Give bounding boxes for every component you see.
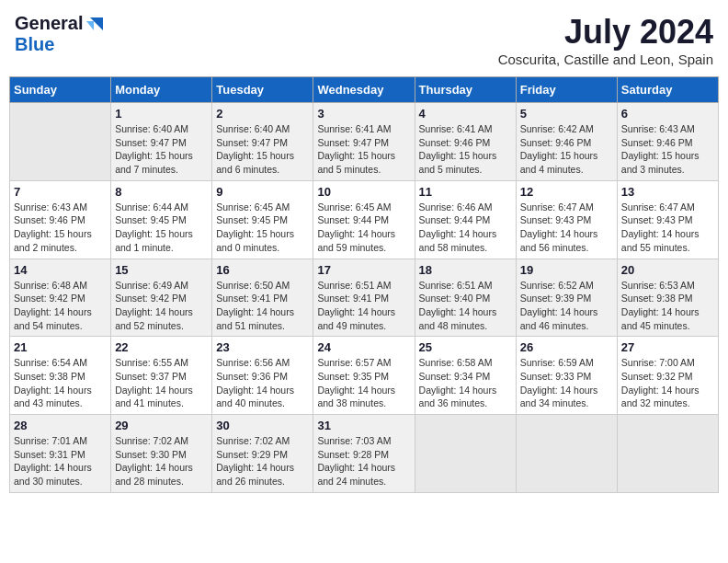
day-info: Sunrise: 6:52 AM Sunset: 9:39 PM Dayligh… xyxy=(520,279,613,333)
day-info: Sunrise: 6:53 AM Sunset: 9:38 PM Dayligh… xyxy=(621,279,714,333)
day-number: 31 xyxy=(317,419,410,432)
day-number: 5 xyxy=(520,107,613,121)
day-number: 2 xyxy=(216,107,309,121)
header-saturday: Saturday xyxy=(617,77,718,103)
day-info: Sunrise: 6:49 AM Sunset: 9:42 PM Dayligh… xyxy=(115,279,208,333)
day-info: Sunrise: 6:51 AM Sunset: 9:41 PM Dayligh… xyxy=(317,279,410,333)
header-wednesday: Wednesday xyxy=(313,77,415,103)
day-info: Sunrise: 6:41 AM Sunset: 9:47 PM Dayligh… xyxy=(317,122,410,177)
subtitle: Coscurita, Castille and Leon, Spain xyxy=(498,52,713,67)
page-header: General Blue July 2024 Coscurita, Castil… xyxy=(9,9,719,71)
calendar-cell: 30Sunrise: 7:02 AM Sunset: 9:29 PM Dayli… xyxy=(212,415,313,493)
day-info: Sunrise: 6:40 AM Sunset: 9:47 PM Dayligh… xyxy=(115,122,208,177)
logo-general: General xyxy=(15,13,83,34)
day-number: 8 xyxy=(115,185,208,199)
day-number: 9 xyxy=(216,185,309,199)
day-info: Sunrise: 6:43 AM Sunset: 9:46 PM Dayligh… xyxy=(621,122,714,177)
calendar-cell: 3Sunrise: 6:41 AM Sunset: 9:47 PM Daylig… xyxy=(313,103,415,181)
day-info: Sunrise: 6:45 AM Sunset: 9:45 PM Dayligh… xyxy=(216,201,309,255)
header-friday: Friday xyxy=(516,77,617,103)
logo: General Blue xyxy=(15,13,105,55)
calendar-cell: 16Sunrise: 6:50 AM Sunset: 9:41 PM Dayli… xyxy=(212,259,313,337)
day-number: 1 xyxy=(115,107,208,121)
header-tuesday: Tuesday xyxy=(212,77,313,103)
calendar-cell: 22Sunrise: 6:55 AM Sunset: 9:37 PM Dayli… xyxy=(111,337,212,415)
day-info: Sunrise: 6:46 AM Sunset: 9:44 PM Dayligh… xyxy=(419,201,512,255)
calendar-cell xyxy=(617,415,718,493)
day-number: 14 xyxy=(14,263,107,277)
calendar-cell: 7Sunrise: 6:43 AM Sunset: 9:46 PM Daylig… xyxy=(10,180,111,259)
calendar-cell: 10Sunrise: 6:45 AM Sunset: 9:44 PM Dayli… xyxy=(313,180,415,259)
svg-marker-1 xyxy=(86,21,94,30)
day-info: Sunrise: 6:57 AM Sunset: 9:35 PM Dayligh… xyxy=(317,356,410,410)
day-info: Sunrise: 6:48 AM Sunset: 9:42 PM Dayligh… xyxy=(14,279,107,333)
header-sunday: Sunday xyxy=(10,77,111,103)
calendar-cell: 24Sunrise: 6:57 AM Sunset: 9:35 PM Dayli… xyxy=(313,337,415,415)
title-block: July 2024 Coscurita, Castille and Leon, … xyxy=(498,13,713,67)
day-number: 19 xyxy=(520,263,613,277)
logo-icon xyxy=(85,14,105,34)
day-number: 25 xyxy=(419,340,512,354)
calendar-cell: 1Sunrise: 6:40 AM Sunset: 9:47 PM Daylig… xyxy=(111,103,212,181)
day-number: 10 xyxy=(317,185,410,199)
calendar-cell: 4Sunrise: 6:41 AM Sunset: 9:46 PM Daylig… xyxy=(415,103,516,181)
day-number: 17 xyxy=(317,263,410,277)
day-number: 24 xyxy=(317,340,410,354)
day-info: Sunrise: 7:00 AM Sunset: 9:32 PM Dayligh… xyxy=(621,356,714,410)
day-info: Sunrise: 6:55 AM Sunset: 9:37 PM Dayligh… xyxy=(115,356,208,410)
calendar-cell: 29Sunrise: 7:02 AM Sunset: 9:30 PM Dayli… xyxy=(111,415,212,493)
header-thursday: Thursday xyxy=(415,77,516,103)
calendar-cell: 20Sunrise: 6:53 AM Sunset: 9:38 PM Dayli… xyxy=(617,259,718,337)
day-info: Sunrise: 6:58 AM Sunset: 9:34 PM Dayligh… xyxy=(419,356,512,410)
calendar-cell: 17Sunrise: 6:51 AM Sunset: 9:41 PM Dayli… xyxy=(313,259,415,337)
calendar-week-row: 7Sunrise: 6:43 AM Sunset: 9:46 PM Daylig… xyxy=(10,180,719,259)
day-number: 16 xyxy=(216,263,309,277)
day-number: 22 xyxy=(115,340,208,354)
calendar-cell: 19Sunrise: 6:52 AM Sunset: 9:39 PM Dayli… xyxy=(516,259,617,337)
calendar-cell: 8Sunrise: 6:44 AM Sunset: 9:45 PM Daylig… xyxy=(111,180,212,259)
day-number: 13 xyxy=(621,185,714,199)
calendar-cell: 5Sunrise: 6:42 AM Sunset: 9:46 PM Daylig… xyxy=(516,103,617,181)
calendar-week-row: 14Sunrise: 6:48 AM Sunset: 9:42 PM Dayli… xyxy=(10,259,719,337)
day-number: 30 xyxy=(216,419,309,432)
day-info: Sunrise: 6:59 AM Sunset: 9:33 PM Dayligh… xyxy=(520,356,613,410)
calendar-cell: 6Sunrise: 6:43 AM Sunset: 9:46 PM Daylig… xyxy=(617,103,718,181)
day-number: 18 xyxy=(419,263,512,277)
day-info: Sunrise: 6:45 AM Sunset: 9:44 PM Dayligh… xyxy=(317,201,410,255)
calendar-table: SundayMondayTuesdayWednesdayThursdayFrid… xyxy=(9,76,719,493)
calendar-cell: 15Sunrise: 6:49 AM Sunset: 9:42 PM Dayli… xyxy=(111,259,212,337)
calendar-cell: 28Sunrise: 7:01 AM Sunset: 9:31 PM Dayli… xyxy=(10,415,111,493)
day-number: 29 xyxy=(115,419,208,432)
day-info: Sunrise: 7:02 AM Sunset: 9:29 PM Dayligh… xyxy=(216,434,309,488)
day-info: Sunrise: 6:47 AM Sunset: 9:43 PM Dayligh… xyxy=(520,201,613,255)
day-info: Sunrise: 6:44 AM Sunset: 9:45 PM Dayligh… xyxy=(115,201,208,255)
day-number: 6 xyxy=(621,107,714,121)
calendar-week-row: 1Sunrise: 6:40 AM Sunset: 9:47 PM Daylig… xyxy=(10,103,719,181)
day-number: 21 xyxy=(14,340,107,354)
calendar-cell: 23Sunrise: 6:56 AM Sunset: 9:36 PM Dayli… xyxy=(212,337,313,415)
day-info: Sunrise: 6:54 AM Sunset: 9:38 PM Dayligh… xyxy=(14,356,107,410)
calendar-cell: 13Sunrise: 6:47 AM Sunset: 9:43 PM Dayli… xyxy=(617,180,718,259)
day-number: 4 xyxy=(419,107,512,121)
day-info: Sunrise: 6:50 AM Sunset: 9:41 PM Dayligh… xyxy=(216,279,309,333)
day-info: Sunrise: 6:51 AM Sunset: 9:40 PM Dayligh… xyxy=(419,279,512,333)
calendar-week-row: 28Sunrise: 7:01 AM Sunset: 9:31 PM Dayli… xyxy=(10,415,719,493)
calendar-cell: 2Sunrise: 6:40 AM Sunset: 9:47 PM Daylig… xyxy=(212,103,313,181)
day-info: Sunrise: 6:42 AM Sunset: 9:46 PM Dayligh… xyxy=(520,122,613,177)
calendar-cell: 25Sunrise: 6:58 AM Sunset: 9:34 PM Dayli… xyxy=(415,337,516,415)
calendar-cell xyxy=(10,103,111,181)
calendar-cell: 27Sunrise: 7:00 AM Sunset: 9:32 PM Dayli… xyxy=(617,337,718,415)
day-number: 3 xyxy=(317,107,410,121)
calendar-cell: 26Sunrise: 6:59 AM Sunset: 9:33 PM Dayli… xyxy=(516,337,617,415)
calendar-cell xyxy=(516,415,617,493)
day-info: Sunrise: 6:43 AM Sunset: 9:46 PM Dayligh… xyxy=(14,201,107,255)
calendar-cell: 14Sunrise: 6:48 AM Sunset: 9:42 PM Dayli… xyxy=(10,259,111,337)
day-info: Sunrise: 6:47 AM Sunset: 9:43 PM Dayligh… xyxy=(621,201,714,255)
calendar-cell: 31Sunrise: 7:03 AM Sunset: 9:28 PM Dayli… xyxy=(313,415,415,493)
calendar-cell: 21Sunrise: 6:54 AM Sunset: 9:38 PM Dayli… xyxy=(10,337,111,415)
day-number: 11 xyxy=(419,185,512,199)
calendar-week-row: 21Sunrise: 6:54 AM Sunset: 9:38 PM Dayli… xyxy=(10,337,719,415)
day-info: Sunrise: 7:03 AM Sunset: 9:28 PM Dayligh… xyxy=(317,434,410,488)
day-number: 26 xyxy=(520,340,613,354)
calendar-cell: 18Sunrise: 6:51 AM Sunset: 9:40 PM Dayli… xyxy=(415,259,516,337)
